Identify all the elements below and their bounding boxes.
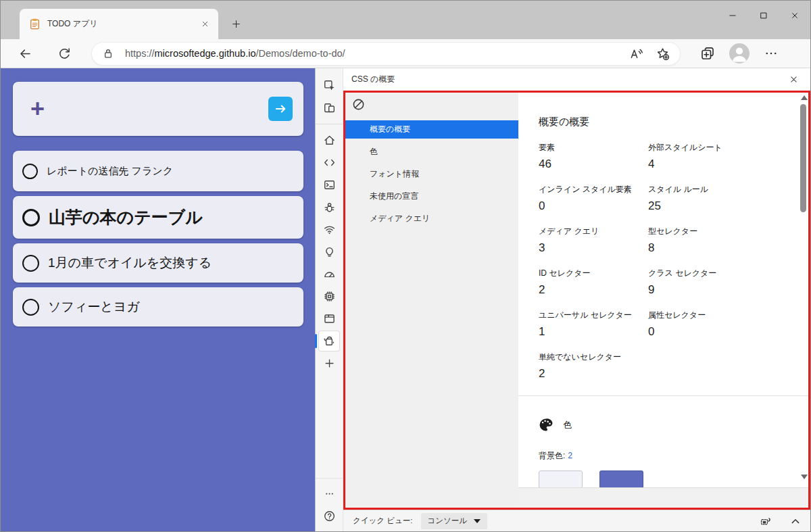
css-overview-icon (324, 335, 335, 347)
todo-app-favicon (29, 18, 41, 30)
maximize-button[interactable] (748, 1, 779, 30)
devtools-panel: CSS の概要 概要の概要色フォント情報未使用の宣言メディア クエリ 概要の概要 (315, 68, 810, 531)
stat-block: 単純でないセレクター 2 (539, 352, 648, 381)
todo-item[interactable]: 1月の車でオイルを交換する (13, 243, 303, 283)
url-path: /Demos/demo-to-do/ (255, 48, 345, 59)
close-window-button[interactable] (779, 1, 810, 30)
devtools-close-icon[interactable] (785, 71, 802, 89)
todo-item-label: ソフィーとヨガ (48, 298, 140, 316)
todo-app: + レポートの送信先 フランク 山芋の本のテーブル 1月の車でオイルを交換する (1, 68, 315, 531)
css-overview-nav-item[interactable]: 未使用の宣言 (345, 187, 518, 205)
new-tab-button[interactable] (226, 14, 245, 33)
stat-label: メディア クエリ (539, 226, 648, 237)
tab-title: TODO アプリ (47, 18, 197, 30)
color-swatch[interactable] (539, 470, 583, 489)
url-scheme: https:// (125, 48, 155, 59)
todo-checkbox-icon[interactable] (22, 209, 40, 226)
stat-label: ユニバーサル セレクター (539, 310, 648, 321)
css-overview-nav-item[interactable]: フォント情報 (345, 165, 518, 183)
stat-block: 外部スタイルシート 4 (648, 142, 808, 171)
refresh-button[interactable] (53, 43, 75, 64)
stat-block: クラス セレクター 9 (648, 268, 808, 297)
todo-item[interactable]: レポートの送信先 フランク (13, 151, 303, 191)
stat-value: 2 (539, 283, 648, 297)
stat-value: 25 (648, 199, 808, 213)
highlight-rectangle: 概要の概要色フォント情報未使用の宣言メディア クエリ 概要の概要 要素 46 外… (343, 91, 810, 510)
browser-toolbar: https://microsoftedge.github.io/Demos/de… (1, 39, 810, 68)
stat-value: 8 (648, 241, 808, 255)
collections-icon[interactable] (701, 47, 714, 60)
console-icon (324, 179, 335, 191)
background-colors-label: 背景色: (539, 451, 565, 460)
color-swatch[interactable] (599, 470, 643, 489)
tab-strip: TODO アプリ (1, 1, 810, 39)
network-icon (324, 224, 335, 235)
stat-block: 型セレクター 8 (648, 226, 808, 255)
add-task-icon: + (30, 97, 45, 121)
content-scrollbar[interactable] (799, 94, 808, 481)
devtools-panel-header: CSS の概要 (343, 68, 810, 91)
browser-tab[interactable]: TODO アプリ (20, 9, 218, 39)
read-aloud-icon[interactable] (630, 47, 643, 60)
profile-avatar[interactable] (729, 43, 749, 64)
expand-quick-view-icon[interactable] (790, 516, 801, 527)
scroll-down-icon[interactable] (801, 475, 808, 479)
next-section-strip (518, 487, 808, 508)
stat-value: 2 (539, 367, 648, 381)
todo-checkbox-icon[interactable] (22, 164, 38, 179)
stat-value: 0 (539, 199, 648, 213)
todo-item[interactable]: 山芋の本のテーブル (13, 196, 303, 239)
restore-quick-view-icon[interactable] (760, 516, 771, 527)
quick-view-selected: コンソール (428, 516, 468, 526)
submit-task-button[interactable] (268, 97, 293, 121)
address-bar[interactable]: https://microsoftedge.github.io/Demos/de… (91, 42, 681, 66)
back-button[interactable] (14, 43, 36, 64)
css-overview-nav-item[interactable]: 色 (345, 143, 518, 161)
settings-menu-icon[interactable] (764, 47, 778, 60)
css-overview-content: 概要の概要 要素 46 外部スタイルシート 4 インライン スタイル要 (518, 93, 808, 508)
quick-view-bar: クイック ビュー: コンソール (343, 510, 810, 531)
stat-value: 3 (539, 241, 648, 255)
add-favorite-icon[interactable] (656, 47, 669, 60)
stat-label: 型セレクター (648, 226, 808, 237)
stat-label: ID セレクター (539, 268, 648, 279)
stat-label: 属性セレクター (648, 310, 808, 321)
application-icon (324, 313, 335, 324)
debugger-icon (324, 201, 335, 213)
todo-checkbox-icon[interactable] (22, 299, 39, 316)
memory-icon (324, 291, 335, 302)
caret-down-icon (474, 519, 481, 523)
lock-icon[interactable] (103, 48, 114, 59)
stat-label: インライン スタイル要素 (539, 184, 648, 195)
stat-block: 要素 46 (539, 142, 648, 171)
url-text: https://microsoftedge.github.io/Demos/de… (125, 48, 345, 59)
performance-icon (324, 268, 335, 280)
background-color-swatches (539, 470, 808, 489)
css-overview-nav-item[interactable]: メディア クエリ (345, 210, 518, 228)
stat-block: メディア クエリ 3 (539, 226, 648, 255)
stat-block: スタイル ルール 25 (648, 184, 808, 213)
stat-label: スタイル ルール (648, 184, 808, 195)
todo-item-label: 山芋の本のテーブル (49, 206, 203, 228)
device-emulation-icon (324, 102, 335, 114)
todo-item[interactable]: ソフィーとヨガ (13, 287, 303, 327)
new-task-input[interactable]: + (13, 82, 303, 136)
scrollbar-thumb[interactable] (800, 104, 806, 212)
todo-list: レポートの送信先 フランク 山芋の本のテーブル 1月の車でオイルを交換する ソフ… (13, 151, 303, 327)
stat-block: ユニバーサル セレクター 1 (539, 310, 648, 339)
minimize-button[interactable] (717, 1, 748, 30)
elements-icon (324, 157, 335, 168)
inspect-icon (324, 80, 335, 91)
activity-bar-divider (316, 124, 343, 124)
css-overview-nav-item[interactable]: 概要の概要 (345, 120, 518, 139)
scroll-up-icon[interactable] (801, 95, 808, 100)
stat-label: 外部スタイルシート (648, 142, 808, 153)
tab-close-icon[interactable] (197, 16, 213, 32)
devtools-activity-bar (316, 68, 343, 531)
background-colors-count[interactable]: 2 (568, 451, 572, 460)
stat-value: 46 (539, 158, 648, 171)
clear-overview-icon[interactable] (352, 98, 365, 111)
todo-checkbox-icon[interactable] (22, 255, 39, 272)
help-icon (324, 510, 335, 522)
quick-view-dropdown[interactable]: コンソール (421, 513, 488, 529)
